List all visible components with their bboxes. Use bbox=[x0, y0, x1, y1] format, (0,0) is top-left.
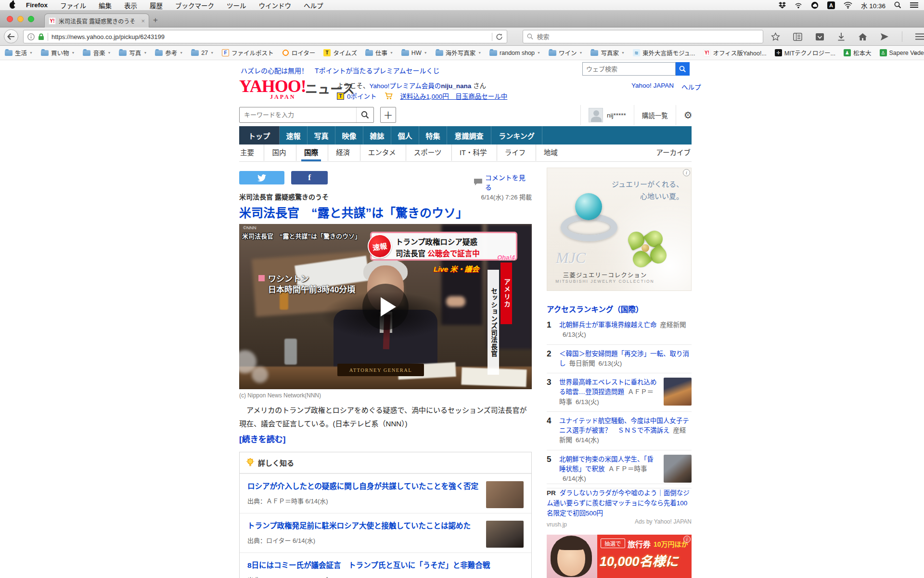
browser-search-input[interactable] bbox=[537, 33, 759, 40]
points-link[interactable]: 0ポイント bbox=[347, 91, 377, 101]
topic-title[interactable]: 米司法長官 露疑惑驚きのうそ bbox=[239, 192, 329, 201]
settings-cell[interactable]: ⚙ bbox=[676, 105, 700, 125]
subnav-domestic[interactable]: 国内 bbox=[264, 144, 294, 161]
spotlight-icon[interactable] bbox=[894, 1, 901, 9]
nav-ranking[interactable]: ランキング bbox=[491, 126, 542, 144]
signal-icon[interactable] bbox=[795, 2, 802, 9]
ad-info-icon[interactable]: i bbox=[683, 169, 690, 176]
bookmark-folder[interactable]: 写真家▼ bbox=[590, 48, 624, 57]
creative-cloud-icon[interactable] bbox=[811, 1, 819, 9]
subscription-link[interactable]: 購読一覧 bbox=[634, 105, 676, 125]
close-tab-icon[interactable]: × bbox=[141, 17, 145, 25]
subnav-entertainment[interactable]: エンタメ bbox=[360, 144, 404, 161]
ranking-item[interactable]: 2 ＜韓国＞慰安婦問題「再交渉」一転、取り消し毎日新聞6/13(火) bbox=[547, 345, 692, 374]
bookmark-item[interactable]: Y!オフィス版Yahoo!... bbox=[703, 48, 766, 57]
nav-flash[interactable]: 速報 bbox=[280, 126, 308, 144]
header-promo-link[interactable]: ハズレの心配は無用！ Tポイントが当たるプレミアムセールくじ bbox=[241, 66, 440, 75]
apple-menu-icon[interactable] bbox=[10, 2, 15, 9]
share-icon[interactable] bbox=[880, 33, 889, 41]
bookmark-folder[interactable]: 仕事▼ bbox=[365, 48, 393, 57]
menu-firefox[interactable]: Firefox bbox=[26, 1, 48, 9]
nav-feature[interactable]: 特集 bbox=[419, 126, 447, 144]
subnav-sports[interactable]: スポーツ bbox=[406, 144, 449, 161]
subnav-economy[interactable]: 経済 bbox=[328, 144, 358, 161]
ranking-item[interactable]: 5 北朝鮮で拘束の米国人学生、「昏睡状態」で釈放ＡＦＰ＝時事6/14(水) bbox=[547, 450, 692, 489]
browser-tab[interactable]: Y! 米司法長官 露疑惑驚きのうそ × bbox=[44, 13, 149, 27]
bookmark-folder[interactable]: 音楽▼ bbox=[83, 48, 111, 57]
ranking-item[interactable]: 3 世界最高峰エベレストに垂れ込める暗雲…登頂捏造問題ＡＦＰ＝時事6/13(火) bbox=[547, 373, 692, 412]
bookmark-item[interactable]: ロイター bbox=[282, 48, 316, 57]
menubar-clock[interactable]: 水 10:36 bbox=[861, 0, 886, 10]
facebook-share-button[interactable]: f bbox=[291, 171, 328, 184]
web-search-button[interactable] bbox=[676, 62, 690, 76]
archive-link[interactable]: アーカイブ bbox=[656, 144, 691, 161]
play-button[interactable] bbox=[362, 284, 409, 330]
ranking-item[interactable]: 1 北朝鮮兵士が軍事境界線越え亡命産経新聞6/13(火) bbox=[547, 316, 692, 345]
bookmark-folder[interactable]: HW▼ bbox=[401, 50, 427, 56]
twitter-share-button[interactable] bbox=[239, 171, 284, 184]
bookmarks-panel-icon[interactable] bbox=[793, 33, 802, 41]
sale-link[interactable]: 送料込み1,000円 目玉商品セール中 bbox=[400, 91, 508, 101]
browser-search-bar[interactable] bbox=[523, 30, 763, 43]
video-player[interactable]: ATTORNEY GENERAL ©NNN 米司法長官 “露と共謀”は「驚きのウ… bbox=[239, 224, 532, 389]
article-headline[interactable]: 米司法長官 “露と共謀”は「驚きのウソ」 bbox=[239, 203, 532, 221]
url-bar[interactable]: https://news.yahoo.co.jp/pickup/6243199 bbox=[23, 30, 507, 43]
bookmark-folder[interactable]: 参考▼ bbox=[155, 48, 183, 57]
keyword-search-input[interactable] bbox=[240, 111, 356, 118]
jewelry-ad[interactable]: i ジュエリーがくれる、 心地いい夏。 MJC 三菱ジュエリーコレクション MI… bbox=[547, 168, 692, 291]
bookmark-item[interactable]: Tタイムズ bbox=[323, 48, 357, 57]
menu-tools[interactable]: ツール bbox=[227, 0, 246, 10]
nav-top[interactable]: トップ bbox=[239, 126, 280, 144]
subnav-main[interactable]: 主要 bbox=[239, 144, 262, 161]
subnav-it-science[interactable]: IT・科学 bbox=[451, 144, 494, 161]
ads-by-label[interactable]: Ads by Yahoo! JAPAN bbox=[547, 518, 692, 525]
zoom-window-button[interactable] bbox=[28, 16, 34, 22]
new-tab-button[interactable]: + bbox=[153, 15, 158, 25]
bookmark-folder[interactable]: 買い物▼ bbox=[41, 48, 75, 57]
bookmark-folder[interactable]: 生活▼ bbox=[5, 48, 33, 57]
hamburger-menu-icon[interactable] bbox=[915, 33, 924, 40]
url-text[interactable]: https://news.yahoo.co.jp/pickup/6243199 bbox=[51, 33, 488, 40]
nav-personal[interactable]: 個人 bbox=[391, 126, 419, 144]
web-search-input[interactable] bbox=[582, 62, 676, 76]
menu-file[interactable]: ファイル bbox=[60, 0, 86, 10]
premium-member-link[interactable]: Yahoo!プレミアム会員の bbox=[370, 82, 441, 90]
nav-magazine[interactable]: 雑誌 bbox=[363, 126, 391, 144]
menu-history[interactable]: 履歴 bbox=[150, 0, 163, 10]
comments-link[interactable]: コメントを見る bbox=[474, 172, 532, 192]
related-item[interactable]: ロシアが介入したとの疑惑に関し自身が共謀していたことを強く否定 出典：ＡＦＰ＝時… bbox=[240, 473, 531, 513]
bookmark-item[interactable]: Fファイルポスト bbox=[222, 48, 274, 57]
related-item[interactable]: 8日にはコミー氏が議会証言 トランプ氏と互いに「うそだ」と非難合戦 出典：Blo… bbox=[240, 552, 531, 578]
menu-bookmarks[interactable]: ブックマーク bbox=[175, 0, 214, 10]
pocket-icon[interactable] bbox=[837, 32, 845, 41]
menu-edit[interactable]: 編集 bbox=[99, 0, 112, 10]
pr-link[interactable]: ダラしないカラダが今や嘘のよう｜面倒なジム通い要らずに羨む細マッチョに今なら先着… bbox=[547, 489, 690, 517]
account-profile[interactable]: nij***** bbox=[580, 105, 634, 125]
input-method-icon[interactable]: A bbox=[827, 1, 835, 9]
menu-window[interactable]: ウインドウ bbox=[259, 0, 292, 10]
bookmark-star-icon[interactable] bbox=[771, 32, 780, 41]
subnav-international[interactable]: 国際 bbox=[296, 144, 326, 161]
notification-center-icon[interactable] bbox=[910, 2, 918, 8]
bookmark-folder[interactable]: random shop▼ bbox=[489, 50, 540, 56]
menu-view[interactable]: 表示 bbox=[124, 0, 137, 10]
bookmark-folder[interactable]: 27▼ bbox=[191, 50, 214, 56]
read-more-link[interactable]: [続きを読む] bbox=[239, 433, 285, 445]
dropbox-icon[interactable] bbox=[779, 2, 786, 9]
yahoo-japan-link[interactable]: Yahoo! JAPAN bbox=[631, 82, 674, 92]
bookmark-item[interactable]: ✛MITテクノロジー... bbox=[775, 48, 835, 57]
add-tab-search-button[interactable]: ＋ bbox=[380, 107, 396, 123]
ranking-title[interactable]: アクセスランキング（国際） bbox=[547, 303, 643, 314]
back-button[interactable] bbox=[4, 29, 18, 43]
reload-icon[interactable] bbox=[496, 33, 503, 40]
related-item[interactable]: トランプ政権発足前に駐米ロシア大使と接触していたことは認めた 出典：ロイター 6… bbox=[240, 513, 531, 552]
keyword-search-button[interactable] bbox=[356, 107, 373, 122]
bookmark-item[interactable]: ♟松本大 bbox=[844, 48, 872, 57]
bookmark-item[interactable]: ≋東外大言語モジュ... bbox=[633, 48, 695, 57]
help-link[interactable]: ヘルプ bbox=[681, 82, 701, 92]
nav-poll[interactable]: 意識調査 bbox=[447, 126, 491, 144]
wifi-icon[interactable] bbox=[844, 2, 852, 9]
subnav-life[interactable]: ライフ bbox=[497, 144, 534, 161]
nav-video[interactable]: 映像 bbox=[335, 126, 363, 144]
ranking-item[interactable]: 4 ユナイテッド航空騒動、今度は中国人女子テニス選手が被害？ ＳＮＳで不満訴え産… bbox=[547, 412, 692, 450]
